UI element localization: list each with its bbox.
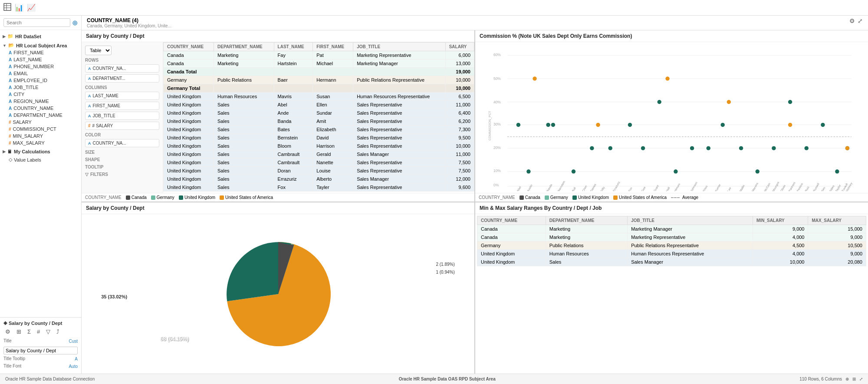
sidebar-item-salary[interactable]: #SALARY xyxy=(0,119,81,126)
legend-germany-label: Germany xyxy=(157,195,174,200)
status-bar: Oracle HR Sample Data Database Connectio… xyxy=(0,374,868,384)
comm-legend-canada: Canada xyxy=(519,195,540,200)
config-lastname-field[interactable]: A LAST_NAME xyxy=(85,92,159,100)
comm-legend-uk: United Kingdom xyxy=(572,195,609,200)
table-icon[interactable] xyxy=(3,3,11,12)
svg-point-37 xyxy=(805,146,809,150)
sidebar-item-first-name[interactable]: AFIRST_NAME xyxy=(0,49,81,56)
config-jobtitle-field[interactable]: A JOB_TITLE xyxy=(85,112,159,120)
table-row: United KingdomSalesBatesElizabethSales R… xyxy=(164,126,474,134)
expand-icon[interactable]: ⤢ xyxy=(858,17,863,24)
sidebar-item-city[interactable]: ACITY xyxy=(0,91,81,98)
sidebar-item-region[interactable]: AREGION_NAME xyxy=(0,98,81,105)
search-input[interactable] xyxy=(3,18,70,27)
col-job: JOB_TITLE xyxy=(353,43,446,51)
config-salary-field[interactable]: # # SALARY xyxy=(85,122,159,130)
hash-btn[interactable]: # xyxy=(35,328,42,336)
pie-label-1: 1 (0.94%) xyxy=(436,270,454,275)
table-type-select[interactable]: Table xyxy=(85,46,112,55)
config-firstname-field[interactable]: A FIRST_NAME xyxy=(85,102,159,110)
table-title: Salary by County / Dept xyxy=(82,30,474,42)
sidebar-item-last-name[interactable]: ALAST_NAME xyxy=(0,56,81,63)
sidebar-item-department[interactable]: ADEPARTMENT_NAME xyxy=(0,112,81,119)
title-font-label: Title Font xyxy=(3,364,21,368)
table-btn[interactable]: ⊞ xyxy=(15,328,23,336)
sidebar-item-min-salary[interactable]: #MIN_SALARY xyxy=(0,132,81,139)
config-color-field[interactable]: A COUNTRY_NA... xyxy=(85,139,159,147)
sidebar-bottom: ◈ Salary by County / Dept ⚙ ⊞ Σ # ▽ ⤴ Ti… xyxy=(0,317,81,374)
legend-country-label: COUNTRY_NAME xyxy=(85,195,122,200)
trend-icon[interactable]: 📈 xyxy=(27,3,36,12)
chart-icon-small: ◈ xyxy=(3,320,7,326)
expand-icon-2[interactable]: ⤢ xyxy=(859,377,863,381)
tree-group-subject: ▼ 📂 HR Local Subject Area AFIRST_NAME AL… xyxy=(0,41,81,147)
status-left: Oracle HR Sample Data Database Connectio… xyxy=(5,377,95,381)
svg-text:Davies: Davies xyxy=(590,183,597,191)
config-country-field[interactable]: A COUNTRY_NA... xyxy=(85,64,159,73)
svg-text:Mourgos: Mourgos xyxy=(772,181,780,191)
config-dept-field[interactable]: A DEPARTMENT... xyxy=(85,74,159,83)
add-datasource-icon[interactable]: ⊕ xyxy=(845,377,849,381)
chevron-icon-2: ▼ xyxy=(3,43,7,48)
sidebar-item-country[interactable]: ACOUNTRY_NAME xyxy=(0,105,81,112)
table-select-wrapper: Table xyxy=(85,46,159,55)
commission-chart-area: 60% 50% 40% 30% 20% 10% 0% COMMISSION_PC… xyxy=(475,42,868,193)
svg-point-30 xyxy=(690,146,694,150)
search-container: ⊕ xyxy=(0,16,81,30)
sidebar-item-phone[interactable]: APHONE_NUMBER xyxy=(0,63,81,70)
chart-title-input[interactable] xyxy=(3,347,78,354)
legend-canada-label: Canada xyxy=(132,195,147,200)
sidebar-item-job-title[interactable]: AJOB_TITLE xyxy=(0,84,81,91)
pie-container: 2 (1.89%) 1 (0.94%) 35 (33.02%) 68 (64.1… xyxy=(82,214,474,374)
mm-col-max: MAX_SALARY xyxy=(808,216,866,225)
sidebar-item-value-labels[interactable]: ◇ Value Labels xyxy=(0,156,81,163)
table-row: Canada Total19,000 xyxy=(164,68,474,76)
chart-icon[interactable]: 📊 xyxy=(15,3,23,12)
sum-btn[interactable]: Σ xyxy=(26,328,33,336)
svg-point-36 xyxy=(788,100,792,104)
title-tooltip-label: Title Tooltip xyxy=(3,356,25,361)
svg-point-20 xyxy=(526,169,530,173)
svg-text:McCain: McCain xyxy=(763,182,771,191)
svg-point-28 xyxy=(658,100,661,104)
pie-label-2: 2 (1.89%) xyxy=(436,262,454,267)
filter-btn[interactable]: ▽ xyxy=(44,328,52,336)
svg-text:20%: 20% xyxy=(493,146,501,150)
svg-point-24 xyxy=(590,146,594,150)
table-row: United KingdomSalesSales Manager10,00020… xyxy=(477,258,866,266)
col-last: LAST_NAME xyxy=(274,43,313,51)
grid-icon[interactable]: ⊞ xyxy=(852,377,856,381)
sidebar-item-employee-id[interactable]: AEMPLOYEE_ID xyxy=(0,77,81,84)
sidebar-item-commission[interactable]: #COMMISSION_PCT xyxy=(0,126,81,132)
calculations-header[interactable]: ▶ 🖩 My Calculations xyxy=(0,148,81,155)
size-label: Size xyxy=(85,150,159,155)
title-tooltip-badge: A xyxy=(75,357,78,361)
svg-text:Bernstein: Bernstein xyxy=(557,180,566,191)
title-custom-badge: Cust xyxy=(69,339,78,344)
quad-table: Salary by County / Dept Table Rows A COU… xyxy=(82,30,474,202)
svg-text:Lee: Lee xyxy=(727,186,732,191)
status-right: 110 Rows, 6 Columns xyxy=(799,377,842,381)
filters-label: ▽ Filters xyxy=(85,172,159,177)
sidebar-item-email[interactable]: AEMAIL xyxy=(0,70,81,77)
sidebar-item-max-salary[interactable]: #MAX_SALARY xyxy=(0,139,81,146)
svg-point-32 xyxy=(721,123,725,127)
table-row: United KingdomSalesCambraultNanetteSales… xyxy=(164,159,474,167)
minmax-table-area[interactable]: COUNTRY_NAME DEPARTMENT_NAME JOB_TITLE M… xyxy=(475,214,868,374)
settings-icon[interactable]: ⚙ xyxy=(849,17,855,24)
svg-point-26 xyxy=(628,123,632,127)
trend-btn[interactable]: ⤴ xyxy=(55,328,61,336)
title-field-label: Title xyxy=(3,338,12,343)
filter-icon: ▽ xyxy=(85,172,89,177)
filter-info: COUNTRY_NAME (4) Canada, Germany, United… xyxy=(87,17,171,28)
hr-subject-label: HR Local Subject Area xyxy=(16,43,67,48)
svg-point-46 xyxy=(845,146,849,150)
main-data-table[interactable]: COUNTRY_NAME DEPARTMENT_NAME LAST_NAME F… xyxy=(163,42,474,193)
mm-col-job: JOB_TITLE xyxy=(628,216,753,225)
hr-subject-header[interactable]: ▼ 📂 HR Local Subject Area xyxy=(0,42,81,49)
columns-section-label: Columns xyxy=(85,85,159,90)
add-icon[interactable]: ⊕ xyxy=(72,19,78,27)
value-labels-label: Value Labels xyxy=(14,157,41,162)
settings-btn[interactable]: ⚙ xyxy=(3,328,12,336)
hr-dataset-header[interactable]: ▶ 📁 HR DataSet xyxy=(0,33,81,40)
